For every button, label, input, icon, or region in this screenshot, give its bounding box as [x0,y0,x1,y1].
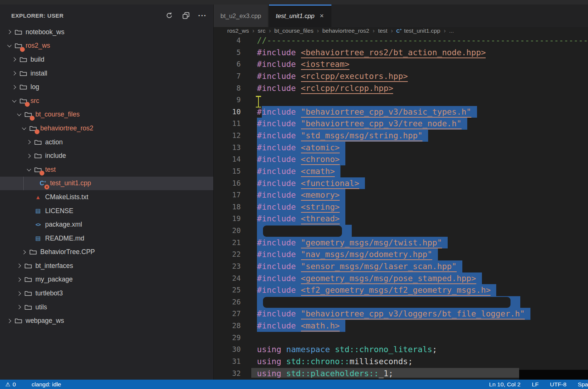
code-line-15[interactable]: 15#include <cmath> [214,165,588,177]
tree-item-log[interactable]: log [0,80,213,94]
chevron-right-icon[interactable] [15,300,23,314]
code-line-24[interactable]: 24#include <geometry_msgs/msg/pose_stamp… [214,272,588,285]
breadcrumb-item-behaviortree_ros2[interactable]: behaviortree_ros2 [322,27,369,34]
status-item-utf-8[interactable]: UTF-8 [550,381,567,388]
tree-item-turtlebot3[interactable]: turtlebot3 [0,286,213,300]
code-line-28[interactable]: 28#include <math.h> [214,320,588,332]
tree-item-action[interactable]: action [0,135,213,149]
tree-item-notebook-ws[interactable]: notebook_ws [0,25,213,39]
code-line-6[interactable]: 6#include <iostream> [214,58,588,70]
chevron-right-icon[interactable] [5,314,14,328]
code-line-20[interactable]: 20 [214,225,588,237]
code-line-11[interactable]: 11#include "behaviortree_cpp_v3/tree_nod… [214,118,588,130]
chevron-right-icon[interactable] [5,25,14,39]
code-line-30[interactable]: 30using namespace std::chrono_literals; [214,344,588,356]
code-line-8[interactable]: 8#include <rclcpp/rclcpp.hpp> [214,82,588,94]
tree-item-cmakelists-txt[interactable]: ▲CMakeLists.txt [0,190,213,204]
breadcrumb-item-bt_course_files[interactable]: bt_course_files [274,27,313,34]
chevron-down-icon[interactable] [20,121,28,135]
status-item-spac[interactable]: Spac [578,381,588,388]
tree-item-behaviortree-ros2[interactable]: behaviortree_ros2 [0,121,213,135]
breadcrumb-trailing[interactable]: ... [449,27,454,34]
collapse-folders-button[interactable] [180,10,191,21]
line-number: 11 [214,118,241,130]
chevron-right-icon[interactable] [25,149,33,163]
breadcrumb-item-ros2_ws[interactable]: ros2_ws [227,27,249,34]
code-line-7[interactable]: 7#include <rclcpp/executors.hpp> [214,70,588,82]
tab-test-unit1-cpp[interactable]: test_unit1.cpp× [269,5,331,27]
tree-item-readme-md[interactable]: ▤README.md [0,232,213,245]
breadcrumb-separator-icon: › [269,27,271,34]
tree-item-my-package[interactable]: my_package [0,273,213,287]
status-item-lf[interactable]: LF [532,381,539,388]
chevron-right-icon[interactable] [15,273,23,287]
chevron-down-icon[interactable] [15,108,23,122]
token-path: <string> [301,202,340,213]
code-text: #include <atomic> [257,142,340,154]
breadcrumb-item-src[interactable]: src [258,27,266,34]
token-kw: #include [257,71,296,81]
code-line-25[interactable]: 25#include <tf2_geometry_msgs/tf2_geomet… [214,284,588,296]
chevron-right-icon[interactable] [15,286,23,300]
token-kw: #include [257,48,296,57]
breadcrumb-file[interactable]: test_unit1.cpp [404,27,441,34]
token-path: "behaviortree_cpp_v3/loggers/bt_file_log… [301,309,525,319]
tree-item-include[interactable]: include [0,149,213,163]
code-line-18[interactable]: 18#include <string> [214,201,588,213]
tab-bt-u2-ex3-cpp[interactable]: bt_u2_ex3.cpp [214,5,268,27]
code-line-10[interactable]: 10#include "behaviortree_cpp_v3/basic_ty… [214,106,588,118]
code-line-14[interactable]: 14#include <chrono> [214,153,588,165]
selection-hole [263,226,342,237]
code-line-4[interactable]: 4//-------------------------------------… [214,35,588,47]
code-editor[interactable]: 4//-------------------------------------… [214,35,588,380]
chevron-down-icon[interactable] [25,163,33,177]
tree-item-behaviortree-cpp[interactable]: BehaviorTree.CPP [0,245,213,259]
chevron-right-icon[interactable] [10,53,18,67]
code-line-27[interactable]: 27#include "behaviortree_cpp_v3/loggers/… [214,308,588,320]
code-line-9[interactable]: 9 [214,94,588,106]
chevron-down-icon[interactable] [10,94,18,108]
code-line-17[interactable]: 17#include <memory> [214,189,588,201]
code-line-26[interactable]: 26 [214,296,588,308]
chevron-right-icon[interactable] [20,245,28,259]
tree-item-test-unit1-cpp[interactable]: C+xtest_unit1.cpp [0,177,213,191]
chevron-right-icon[interactable] [10,80,18,94]
tree-item-install[interactable]: install [0,67,213,80]
status-item-ln-10-col-2[interactable]: Ln 10, Col 2 [489,381,521,388]
chevron-right-icon[interactable] [10,67,18,80]
problems-indicator[interactable]: ⚠ 0 [5,381,16,388]
token-pl [281,357,286,366]
code-line-5[interactable]: 5#include <behaviortree_ros2/bt_action_n… [214,47,588,59]
clangd-status[interactable]: clangd: idle [32,381,61,388]
tree-item-src[interactable]: src [0,94,213,108]
close-tab-icon[interactable]: × [319,12,325,20]
code-line-16[interactable]: 16#include <functional> [214,177,588,189]
editor-corner [519,370,588,380]
tree-item-bt-course-files[interactable]: bt_course_files [0,108,213,122]
code-line-12[interactable]: 12#include "std_msgs/msg/string.hpp" [214,130,588,142]
code-line-13[interactable]: 13#include <atomic> [214,142,588,154]
tree-item-bt-interfaces[interactable]: bt_interfaces [0,259,213,273]
chevron-right-icon[interactable] [25,135,33,149]
chevron-down-icon[interactable] [5,39,14,53]
code-line-31[interactable]: 31using std::chrono::milliseconds; [214,356,588,368]
tree-item-webpage-ws[interactable]: webpage_ws [0,314,213,328]
breadcrumb-separator-icon: › [252,27,254,34]
chevron-right-icon[interactable] [15,259,23,273]
tree-item-utils[interactable]: utils [0,300,213,314]
more-actions-button[interactable]: ··· [197,10,208,21]
code-line-23[interactable]: 23#include "sensor_msgs/msg/laser_scan.h… [214,260,588,272]
refresh-explorer-button[interactable] [164,10,175,21]
code-line-22[interactable]: 22#include "nav_msgs/msg/odometry.hpp" [214,248,588,260]
tree-item-license[interactable]: ▤LICENSE [0,204,213,218]
code-line-29[interactable]: 29 [214,332,588,344]
tree-item-test[interactable]: test [0,163,213,177]
token-path: <thread> [301,214,340,224]
tree-item-package-xml[interactable]: <>package.xml [0,218,213,232]
code-line-21[interactable]: 21#include "geometry_msgs/msg/twist.hpp" [214,237,588,249]
tree-item-ros2-ws[interactable]: ros2_ws [0,39,213,53]
code-line-19[interactable]: 19#include <thread> [214,213,588,225]
breadcrumb-item-test[interactable]: test [378,27,387,34]
tree-item-build[interactable]: build [0,53,213,67]
folder-icon [18,68,28,78]
